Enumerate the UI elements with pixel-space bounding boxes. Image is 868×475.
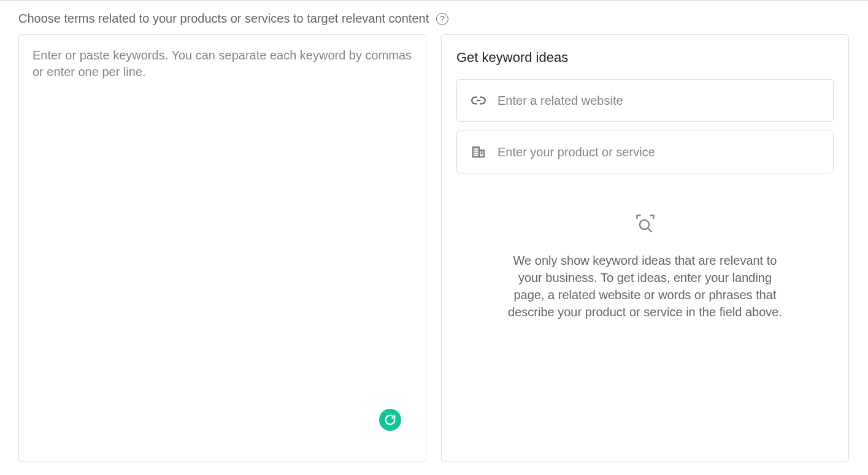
instruction-text: Choose terms related to your products or… bbox=[18, 12, 429, 26]
help-icon[interactable]: ? bbox=[436, 13, 448, 25]
grammarly-icon[interactable] bbox=[379, 409, 401, 431]
instruction-header: Choose terms related to your products or… bbox=[0, 1, 868, 34]
svg-line-13 bbox=[648, 229, 651, 232]
keywords-panel bbox=[18, 34, 426, 462]
ideas-panel: Get keyword ideas bbox=[441, 34, 849, 462]
website-input-row[interactable] bbox=[456, 79, 834, 122]
building-icon bbox=[470, 144, 486, 160]
empty-state: We only show keyword ideas that are rele… bbox=[456, 213, 834, 321]
link-icon bbox=[470, 93, 486, 108]
empty-message: We only show keyword ideas that are rele… bbox=[505, 252, 785, 321]
ideas-title: Get keyword ideas bbox=[456, 50, 834, 66]
product-input[interactable] bbox=[497, 145, 820, 159]
search-scan-icon bbox=[634, 213, 656, 235]
svg-point-12 bbox=[640, 220, 649, 229]
product-input-row[interactable] bbox=[456, 131, 834, 173]
svg-rect-0 bbox=[473, 147, 479, 157]
website-input[interactable] bbox=[497, 94, 820, 108]
keywords-input[interactable] bbox=[33, 47, 412, 449]
panels-container: Get keyword ideas bbox=[0, 34, 868, 462]
